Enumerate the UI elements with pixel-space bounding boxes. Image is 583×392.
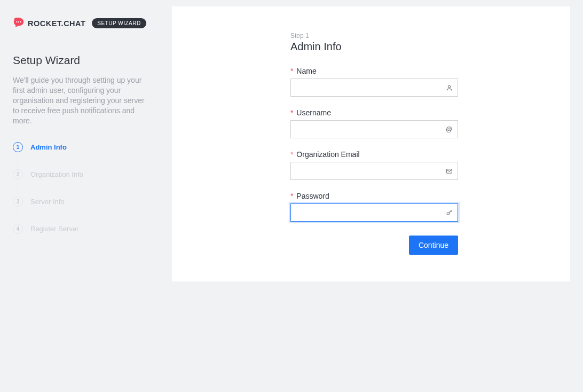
username-label: * Username — [290, 108, 458, 117]
username-input[interactable] — [290, 120, 458, 138]
required-mark: * — [290, 192, 293, 200]
mail-icon — [445, 167, 453, 175]
svg-point-1 — [18, 21, 19, 22]
step-label: Organization Info — [30, 170, 83, 178]
org-email-input[interactable] — [290, 162, 458, 180]
wizard-description: We'll guide you through setting up your … — [13, 75, 152, 126]
key-icon — [445, 209, 453, 216]
name-input[interactable] — [290, 79, 458, 97]
password-input[interactable] — [290, 203, 458, 222]
svg-point-0 — [16, 21, 17, 22]
step-organization-info[interactable]: 2 Organization Info — [13, 166, 159, 183]
continue-button[interactable]: Continue — [409, 236, 458, 255]
svg-point-5 — [447, 212, 449, 214]
field-username: * Username @ — [290, 108, 458, 138]
field-org-email: * Organization Email — [290, 150, 458, 180]
step-label: Admin Info — [30, 143, 67, 151]
brand-row: ROCKET.CHAT SETUP WIZARD — [13, 17, 159, 29]
form-card: Step 1 Admin Info * Name * Username — [172, 6, 570, 281]
form-actions: Continue — [290, 236, 458, 255]
step-number: 2 — [13, 169, 23, 179]
org-email-label: * Organization Email — [290, 150, 458, 159]
svg-point-3 — [448, 85, 450, 88]
wizard-steps: 1 Admin Info 2 Organization Info 3 Serve… — [13, 138, 159, 237]
step-number: 3 — [13, 197, 23, 207]
step-register-server[interactable]: 4 Register Server — [13, 220, 159, 237]
rocketchat-logo-icon — [13, 17, 25, 29]
step-label: Server Info — [30, 198, 65, 206]
at-icon: @ — [445, 126, 453, 133]
field-password: * Password — [290, 192, 458, 222]
name-label: * Name — [290, 67, 458, 75]
step-number: 4 — [13, 224, 23, 234]
brand-name: ROCKET.CHAT — [28, 19, 85, 28]
step-server-info[interactable]: 3 Server Info — [13, 193, 159, 210]
password-label: * Password — [290, 192, 458, 200]
step-label: Register Server — [30, 225, 78, 233]
required-mark: * — [290, 67, 293, 75]
main-content: Step 1 Admin Info * Name * Username — [172, 0, 583, 392]
field-name: * Name — [290, 67, 458, 97]
step-indicator: Step 1 — [290, 32, 458, 40]
page-title: Admin Info — [290, 41, 458, 53]
required-mark: * — [290, 108, 293, 117]
setup-wizard-badge: SETUP WIZARD — [92, 18, 146, 28]
step-admin-info[interactable]: 1 Admin Info — [13, 138, 159, 155]
user-icon — [445, 84, 453, 91]
required-mark: * — [290, 150, 293, 159]
svg-point-2 — [20, 21, 21, 22]
logo: ROCKET.CHAT — [13, 17, 85, 29]
step-number: 1 — [13, 142, 23, 152]
sidebar: ROCKET.CHAT SETUP WIZARD Setup Wizard We… — [0, 0, 172, 392]
wizard-title: Setup Wizard — [13, 54, 159, 67]
